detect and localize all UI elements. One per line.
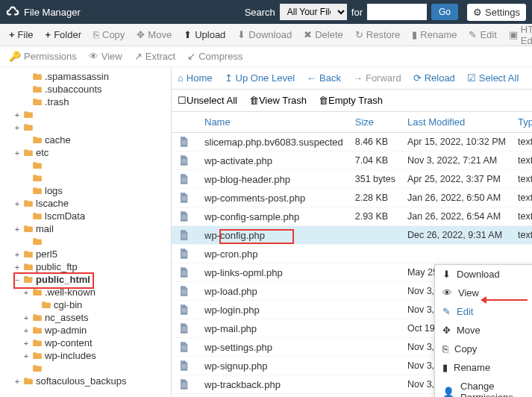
- annotation-arrow: [483, 299, 528, 301]
- for-label: for: [351, 7, 363, 18]
- compress-icon: ↙: [187, 51, 195, 62]
- copy-icon: ⎘: [442, 343, 448, 354]
- tree-item[interactable]: .trash: [0, 96, 171, 108]
- upload-button[interactable]: ⬆Upload: [178, 26, 231, 43]
- file-button[interactable]: +File: [3, 26, 40, 43]
- go-button[interactable]: Go: [431, 4, 458, 20]
- tree-item[interactable]: cache: [0, 134, 171, 146]
- rename-icon: ▮: [412, 29, 417, 40]
- restore-button[interactable]: ↻Restore: [349, 26, 407, 43]
- nav-toolbar2: ☐Unselect All 🗑View Trash 🗑Empty Trash: [172, 90, 532, 112]
- col-size[interactable]: Size: [349, 112, 401, 133]
- tree-item[interactable]: +etc: [0, 146, 171, 159]
- tree-item[interactable]: +: [0, 108, 171, 121]
- move-icon: ✥: [442, 325, 451, 336]
- ctx-edit[interactable]: ✎Edit: [435, 302, 532, 321]
- tree-item[interactable]: +wp-includes: [0, 349, 171, 362]
- rename-button[interactable]: ▮Rename: [406, 26, 463, 43]
- tree-item[interactable]: +.well-known: [0, 286, 171, 298]
- empty-trash-button[interactable]: 🗑Empty Trash: [319, 95, 383, 106]
- up-icon: ↥: [225, 72, 233, 84]
- tree-item[interactable]: +lscache: [0, 197, 171, 210]
- edit-icon: ✎: [469, 29, 477, 40]
- select-all-button[interactable]: ☑Select All: [467, 72, 519, 84]
- ctx-move[interactable]: ✥Move: [435, 321, 532, 340]
- view-button[interactable]: 👁View: [83, 48, 128, 65]
- edit-button[interactable]: ✎Edit: [463, 26, 502, 43]
- search-label: Search: [245, 7, 275, 18]
- key-icon: 🔑: [9, 51, 21, 62]
- tree-item[interactable]: +mail: [0, 222, 171, 235]
- copy-button[interactable]: ⎘Copy: [87, 26, 131, 43]
- extract-icon: ↗: [134, 51, 143, 62]
- forward-button[interactable]: →Forward: [353, 72, 401, 84]
- search-scope-select[interactable]: All Your Files: [280, 4, 347, 20]
- trash-icon: 🗑: [319, 95, 328, 106]
- table-row[interactable]: wp-config.phpDec 26, 2022, 9:31 AMtext/x…: [172, 226, 532, 245]
- ctx-copy[interactable]: ⎘Copy: [435, 340, 532, 358]
- move-icon: ✥: [137, 29, 145, 40]
- upload-icon: ⬆: [184, 29, 192, 40]
- permissions-button[interactable]: 🔑Permissions: [3, 48, 83, 65]
- tree-item[interactable]: cgi-bin: [0, 298, 171, 311]
- home-icon: ⌂: [178, 72, 184, 84]
- col-modified[interactable]: Last Modified: [401, 112, 512, 133]
- check-icon: ☑: [467, 72, 476, 84]
- settings-button[interactable]: ⚙Settings: [467, 4, 526, 21]
- tree-item[interactable]: [0, 172, 171, 184]
- table-row[interactable]: slicemap.php.bv6083.suspected8.46 KBApr …: [172, 133, 532, 151]
- ctx-permissions[interactable]: 👤Change Permissions: [435, 377, 532, 397]
- col-name[interactable]: Name: [198, 112, 349, 133]
- secondary-toolbar: 🔑Permissions 👁View ↗Extract ↙Compress: [0, 46, 532, 67]
- ctx-rename[interactable]: ▮Rename: [435, 358, 532, 377]
- app-logo: File Manager: [6, 5, 81, 19]
- ctx-download[interactable]: ⬇Download: [435, 265, 532, 284]
- app-title: File Manager: [24, 7, 81, 18]
- download-icon: ⬇: [237, 29, 245, 40]
- folder-button[interactable]: +Folder: [40, 26, 87, 43]
- tree-item[interactable]: [0, 235, 171, 248]
- move-button[interactable]: ✥Move: [131, 26, 178, 43]
- tree-item[interactable]: [0, 362, 171, 375]
- tree-item[interactable]: lscmData: [0, 210, 171, 222]
- tree-item[interactable]: +softaculous_backups: [0, 375, 171, 387]
- download-button[interactable]: ⬇Download: [231, 26, 298, 43]
- tree-item[interactable]: +nc_assets: [0, 311, 171, 324]
- tree-item[interactable]: .spamassassin: [0, 70, 171, 83]
- app-header: File Manager Search All Your Files for G…: [0, 0, 532, 24]
- eye-icon: 👁: [89, 51, 98, 62]
- tree-item[interactable]: +wp-content: [0, 337, 171, 349]
- uncheck-icon: ☐: [178, 95, 187, 106]
- back-button[interactable]: ←Back: [307, 72, 341, 84]
- tree-item[interactable]: +: [0, 121, 171, 134]
- up-level-button[interactable]: ↥Up One Level: [225, 72, 295, 84]
- nav-toolbar: ⌂Home ↥Up One Level ←Back →Forward ⟳Relo…: [172, 67, 532, 90]
- tree-item[interactable]: +public_ftp: [0, 260, 171, 273]
- table-row[interactable]: wp-blog-header.php351 bytesApr 25, 2022,…: [172, 170, 532, 189]
- tree-item[interactable]: [0, 159, 171, 172]
- tree-item[interactable]: +perl5: [0, 248, 171, 260]
- copy-icon: ⎘: [93, 29, 99, 40]
- col-type[interactable]: Type: [512, 112, 532, 133]
- tree-item[interactable]: logs: [0, 184, 171, 197]
- tree-item[interactable]: .subaccounts: [0, 83, 171, 96]
- user-icon: 👤: [442, 387, 454, 398]
- restore-icon: ↻: [355, 29, 363, 40]
- table-row[interactable]: wp-comments-post.php2.28 KBJan 26, 2022,…: [172, 189, 532, 207]
- delete-button[interactable]: ✖Delete: [298, 26, 349, 43]
- unselect-all-button[interactable]: ☐Unselect All: [178, 95, 237, 106]
- view-trash-button[interactable]: 🗑View Trash: [249, 95, 307, 106]
- extract-button[interactable]: ↗Extract: [128, 48, 181, 65]
- folder-tree[interactable]: .spamassassin.subaccounts.trash+ + cache…: [0, 67, 172, 397]
- home-button[interactable]: ⌂Home: [178, 72, 213, 84]
- tree-item[interactable]: +wp-admin: [0, 324, 171, 337]
- table-row[interactable]: wp-activate.php7.04 KBNov 3, 2022, 7:21 …: [172, 151, 532, 170]
- reload-button[interactable]: ⟳Reload: [413, 72, 455, 84]
- search-input[interactable]: [367, 4, 427, 20]
- table-row[interactable]: wp-cron.php: [172, 245, 532, 263]
- rename-icon: ▮: [442, 362, 448, 373]
- table-row[interactable]: wp-config-sample.php2.93 KBJan 26, 2022,…: [172, 207, 532, 226]
- html-editor-button[interactable]: ▣HTML Editor: [503, 21, 532, 49]
- compress-button[interactable]: ↙Compress: [181, 48, 248, 65]
- tree-item[interactable]: −public_html: [0, 273, 171, 286]
